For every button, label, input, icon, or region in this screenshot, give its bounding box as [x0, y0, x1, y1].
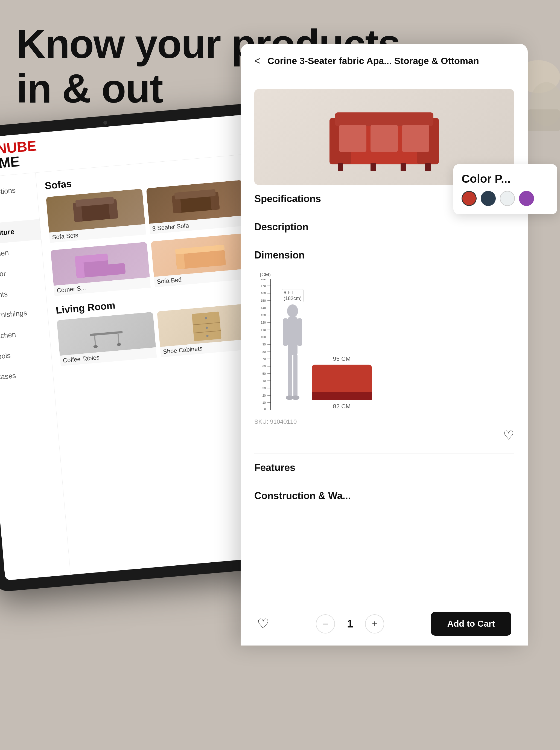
ruler-svg: 182 170 160 150 140 130 120 110 — [254, 279, 276, 410]
svg-rect-34 — [371, 125, 398, 152]
quantity-decrease-button[interactable]: − — [316, 614, 335, 633]
svg-text:100: 100 — [261, 335, 266, 339]
dimension-heading: Dimension — [254, 250, 514, 261]
svg-rect-20 — [118, 333, 120, 344]
svg-text:150: 150 — [261, 299, 266, 302]
svg-rect-33 — [339, 125, 366, 152]
spec-divider-2 — [254, 241, 514, 241]
svg-point-86 — [292, 396, 299, 400]
svg-text:140: 140 — [261, 307, 266, 310]
quantity-increase-button[interactable]: + — [365, 614, 384, 633]
color-swatch-red[interactable] — [462, 191, 477, 206]
construction-heading: Construction & Wa... — [254, 490, 514, 502]
svg-text:60: 60 — [262, 364, 266, 368]
svg-rect-82 — [297, 318, 302, 346]
sofa-bed-card[interactable]: Sofa Bed — [151, 233, 251, 291]
svg-text:182: 182 — [261, 279, 266, 280]
dimension-diagram: (CM) 182 170 160 150 140 130 — [254, 267, 514, 415]
sidebar-item-cases[interactable]: Cases — [0, 362, 54, 389]
corner-sofa-card[interactable]: Corner S... — [51, 242, 151, 299]
panel-header: < Corine 3-Seater fabric Apa... Storage … — [241, 44, 528, 78]
sku-text: SKU: 91040110 — [254, 418, 514, 425]
svg-rect-32 — [335, 113, 434, 126]
svg-text:160: 160 — [261, 292, 266, 295]
tablet-camera — [103, 121, 107, 125]
person-with-label: 6 FT. (182cm) — [282, 289, 303, 410]
ruler-container: (CM) 182 170 160 150 140 130 — [254, 272, 276, 410]
svg-rect-37 — [371, 163, 376, 171]
product-wishlist-button[interactable]: ♡ — [503, 428, 514, 442]
svg-rect-19 — [94, 336, 96, 347]
svg-rect-81 — [283, 318, 288, 346]
wishlist-bottom-button[interactable]: ♡ — [257, 616, 269, 632]
sofa-silhouette — [312, 364, 372, 400]
sofa-sets-card[interactable]: Sofa Sets — [46, 189, 146, 246]
svg-rect-12 — [103, 263, 126, 276]
svg-rect-83 — [288, 354, 292, 398]
svg-text:120: 120 — [261, 321, 266, 324]
back-button[interactable]: < — [254, 55, 261, 67]
svg-rect-23 — [192, 312, 221, 341]
sofa-dimension-group: 95 CM 82 CM — [312, 355, 372, 410]
svg-rect-36 — [338, 163, 343, 171]
svg-text:30: 30 — [262, 387, 266, 390]
svg-point-22 — [117, 343, 121, 346]
svg-text:40: 40 — [262, 379, 266, 382]
quantity-control: − 1 + — [316, 614, 384, 633]
svg-text:10: 10 — [262, 401, 266, 404]
bottom-action-bar: ♡ − 1 + Add to Cart — [241, 602, 528, 646]
sofas-product-grid: Sofa Sets 3 Seater S — [46, 180, 251, 299]
svg-text:170: 170 — [261, 284, 266, 288]
svg-text:0: 0 — [264, 407, 266, 410]
sofa-width-label: 82 CM — [333, 403, 351, 410]
sofa-height-label: 95 CM — [333, 355, 351, 362]
coffee-tables-card[interactable]: Coffee Tables — [57, 312, 157, 369]
panel-product-title: Corine 3-Seater fabric Apa... Storage & … — [267, 55, 514, 67]
svg-point-21 — [93, 345, 98, 348]
product-detail-panel: < Corine 3-Seater fabric Apa... Storage … — [241, 44, 528, 646]
svg-rect-2 — [527, 110, 560, 131]
quantity-value: 1 — [343, 618, 357, 630]
svg-text:90: 90 — [262, 343, 266, 346]
svg-rect-38 — [401, 163, 406, 171]
person-height-label: 6 FT. (182cm) — [282, 289, 303, 302]
svg-rect-84 — [294, 354, 298, 398]
svg-text:70: 70 — [262, 357, 266, 360]
features-heading: Features — [254, 462, 514, 473]
svg-text:50: 50 — [262, 372, 266, 375]
color-swatch-dark[interactable] — [481, 191, 496, 206]
add-to-cart-button[interactable]: Add to Cart — [431, 612, 511, 636]
svg-point-79 — [287, 304, 298, 318]
cm-unit-label: (CM) — [260, 272, 271, 278]
3seater-card[interactable]: 3 Seater Sofa — [146, 180, 246, 237]
person-silhouette — [282, 303, 303, 410]
logo-home: HOME — [0, 153, 39, 172]
svg-text:110: 110 — [261, 328, 266, 332]
svg-text:20: 20 — [262, 394, 266, 397]
panel-body: Specifications Description Dimension (CM… — [241, 78, 528, 518]
svg-rect-80 — [288, 317, 298, 355]
color-swatches — [462, 191, 549, 206]
color-panel: Color P... — [453, 164, 557, 214]
color-swatch-light[interactable] — [500, 191, 515, 206]
svg-text:130: 130 — [261, 313, 266, 317]
svg-text:80: 80 — [262, 350, 266, 353]
color-panel-title: Color P... — [462, 172, 549, 185]
svg-rect-39 — [425, 163, 431, 171]
svg-rect-35 — [402, 125, 429, 152]
human-figure-group: 6 FT. (182cm) — [282, 289, 303, 410]
color-swatch-purple[interactable] — [519, 191, 534, 206]
product-wishlist-area: ♡ — [254, 425, 514, 445]
description-heading: Description — [254, 221, 514, 233]
